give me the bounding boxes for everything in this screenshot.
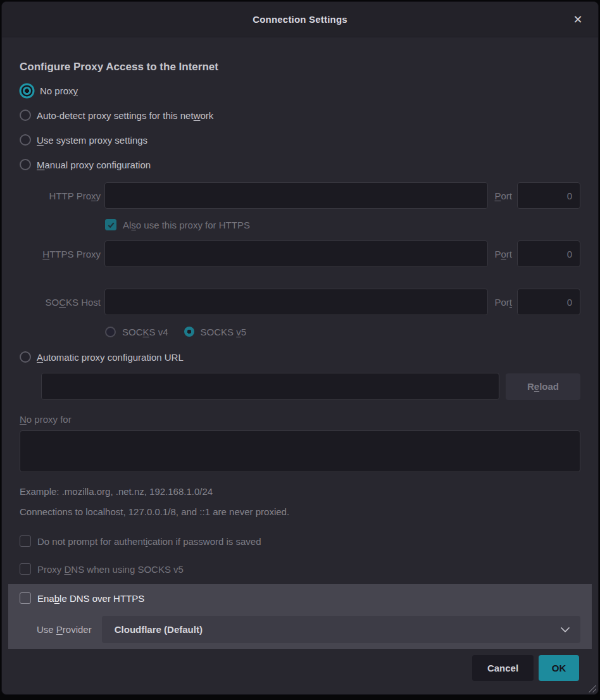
no-prompt-auth-label: Do not prompt for authentication if pass…: [37, 536, 261, 547]
socks-host-label: SOCKS Host: [20, 297, 104, 308]
http-port-label: Port: [494, 191, 512, 201]
dialog-footer: Cancel OK: [20, 655, 580, 681]
radio-unselected-icon: [20, 109, 31, 121]
checkbox-enable-doh[interactable]: Enable DNS over HTTPS: [20, 592, 580, 604]
enable-doh-label: Enable DNS over HTTPS: [37, 593, 144, 604]
no-proxy-for-label: No proxy for: [20, 414, 580, 425]
https-proxy-label: HTTPS Proxy: [20, 249, 104, 259]
socks-v5-label: SOCKS v5: [201, 327, 247, 337]
radio-socks-v5[interactable]: SOCKS v5: [184, 327, 247, 337]
http-proxy-input[interactable]: [104, 182, 488, 209]
doh-provider-dropdown[interactable]: Cloudflare (Default): [102, 616, 580, 643]
proxy-section-heading: Configure Proxy Access to the Internet: [20, 61, 580, 73]
dialog-content: Configure Proxy Access to the Internet N…: [2, 61, 598, 681]
radio-no-proxy[interactable]: No proxy: [20, 83, 580, 98]
resize-grip-icon[interactable]: [587, 684, 596, 692]
doh-panel: Enable DNS over HTTPS Use Provider Cloud…: [8, 584, 592, 650]
radio-selected-icon: [23, 87, 31, 95]
checkbox-unchecked-icon: [20, 535, 31, 547]
auto-config-url-row: Reload: [41, 373, 580, 400]
checkbox-unchecked-icon: [20, 563, 31, 575]
https-proxy-input[interactable]: [104, 241, 488, 267]
socks-version-row: SOCKS v4 SOCKS v5: [105, 325, 580, 338]
no-proxy-example-text: Example: .mozilla.org, .net.nz, 192.168.…: [20, 486, 580, 497]
radio-auto-detect[interactable]: Auto-detect proxy settings for this netw…: [20, 108, 580, 123]
chevron-down-icon: [560, 627, 570, 633]
http-proxy-label: HTTP Proxy: [20, 191, 104, 201]
cancel-button[interactable]: Cancel: [472, 655, 534, 681]
auto-config-url-label: Automatic proxy configuration URL: [37, 352, 184, 363]
reload-button[interactable]: Reload: [506, 373, 580, 400]
use-provider-label: Use Provider: [37, 624, 92, 635]
radio-auto-detect-label: Auto-detect proxy settings for this netw…: [37, 110, 213, 121]
https-proxy-row: HTTPS Proxy Port 0: [20, 241, 580, 267]
checkbox-checked-icon: [105, 219, 116, 230]
checkbox-no-prompt-auth[interactable]: Do not prompt for authentication if pass…: [20, 535, 580, 547]
no-proxy-for-textarea[interactable]: [20, 430, 580, 472]
radio-unselected-icon: [20, 351, 31, 363]
radio-unselected-icon: [20, 134, 31, 146]
checkbox-unchecked-icon: [20, 592, 31, 604]
dialog-title: Connection Settings: [253, 14, 347, 25]
http-proxy-row: HTTP Proxy Port 0: [20, 182, 580, 209]
doh-provider-selected-value: Cloudflare (Default): [115, 624, 203, 635]
socks-port-label: Port: [494, 297, 512, 308]
localhost-note-text: Connections to localhost, 127.0.0.1/8, a…: [20, 506, 580, 517]
ok-button[interactable]: OK: [539, 655, 579, 681]
radio-auto-config-url[interactable]: Automatic proxy configuration URL: [20, 349, 580, 365]
radio-manual-config[interactable]: Manual proxy configuration: [20, 157, 580, 172]
radio-no-proxy-label: No proxy: [40, 85, 78, 96]
connection-settings-dialog: Connection Settings ✕ Configure Proxy Ac…: [1, 1, 599, 695]
also-https-label: Also use this proxy for HTTPS: [123, 220, 250, 230]
radio-use-system-label: Use system proxy settings: [37, 135, 147, 146]
close-icon[interactable]: ✕: [569, 11, 587, 28]
socks-port-input[interactable]: 0: [517, 289, 580, 315]
dialog-titlebar: Connection Settings ✕: [2, 2, 598, 37]
radio-unselected-icon: [105, 327, 116, 337]
doh-provider-row: Use Provider Cloudflare (Default): [20, 616, 580, 646]
radio-selected-icon: [184, 327, 194, 337]
checkmark-icon: [107, 221, 115, 229]
checkbox-proxy-dns-socks5[interactable]: Proxy DNS when using SOCKS v5: [20, 563, 580, 575]
proxy-dns-socks5-label: Proxy DNS when using SOCKS v5: [37, 564, 184, 575]
radio-manual-config-label: Manual proxy configuration: [37, 159, 151, 170]
socks-v4-label: SOCKS v4: [122, 327, 168, 337]
https-port-label: Port: [494, 249, 512, 259]
http-port-input[interactable]: 0: [517, 182, 580, 209]
radio-socks-v4[interactable]: SOCKS v4: [105, 327, 168, 337]
socks-host-row: SOCKS Host Port 0: [20, 289, 580, 315]
also-https-row[interactable]: Also use this proxy for HTTPS: [105, 219, 580, 230]
radio-unselected-icon: [20, 159, 31, 170]
socks-host-input[interactable]: [104, 289, 488, 315]
https-port-input[interactable]: 0: [517, 241, 580, 267]
radio-use-system[interactable]: Use system proxy settings: [20, 132, 580, 147]
auto-config-url-input[interactable]: [41, 373, 499, 400]
